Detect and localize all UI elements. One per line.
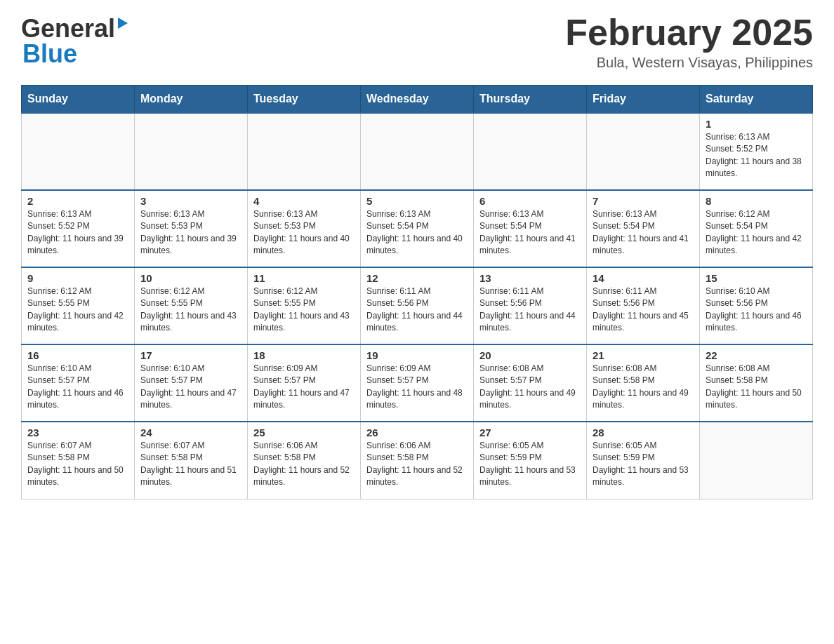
header-sunday: Sunday (22, 86, 135, 114)
day-info: Sunrise: 6:13 AMSunset: 5:54 PMDaylight:… (366, 208, 468, 257)
day-number: 13 (479, 272, 581, 284)
day-number: 17 (140, 349, 241, 361)
day-number: 6 (479, 195, 581, 207)
day-number: 3 (140, 195, 241, 207)
header-monday: Monday (135, 86, 248, 114)
header-saturday: Saturday (700, 86, 813, 114)
day-info: Sunrise: 6:06 AMSunset: 5:58 PMDaylight:… (253, 440, 355, 489)
day-number: 18 (253, 349, 355, 361)
day-cell (474, 113, 587, 190)
day-cell (135, 113, 248, 190)
day-cell: 10Sunrise: 6:12 AMSunset: 5:55 PMDayligh… (135, 267, 248, 344)
day-info: Sunrise: 6:13 AMSunset: 5:54 PMDaylight:… (593, 208, 694, 257)
logo-flag-icon (115, 18, 129, 34)
day-number: 19 (366, 349, 468, 361)
day-info: Sunrise: 6:12 AMSunset: 5:55 PMDaylight:… (253, 286, 355, 335)
day-cell: 12Sunrise: 6:11 AMSunset: 5:56 PMDayligh… (361, 267, 474, 344)
logo-blue-text: Blue (22, 39, 77, 69)
day-number: 26 (366, 427, 468, 438)
day-info: Sunrise: 6:09 AMSunset: 5:57 PMDaylight:… (366, 363, 468, 412)
day-info: Sunrise: 6:13 AMSunset: 5:53 PMDaylight:… (140, 208, 241, 257)
day-number: 24 (140, 427, 241, 438)
day-info: Sunrise: 6:12 AMSunset: 5:55 PMDaylight:… (140, 286, 241, 335)
day-info: Sunrise: 6:08 AMSunset: 5:57 PMDaylight:… (479, 363, 581, 412)
day-cell: 21Sunrise: 6:08 AMSunset: 5:58 PMDayligh… (587, 344, 700, 422)
day-number: 16 (27, 349, 128, 361)
day-number: 5 (366, 195, 468, 207)
day-info: Sunrise: 6:13 AMSunset: 5:52 PMDaylight:… (706, 131, 807, 180)
day-number: 21 (593, 349, 694, 361)
day-info: Sunrise: 6:12 AMSunset: 5:55 PMDaylight:… (27, 286, 128, 335)
logo: General Blue (21, 14, 129, 69)
day-cell: 15Sunrise: 6:10 AMSunset: 5:56 PMDayligh… (700, 267, 813, 344)
day-cell: 13Sunrise: 6:11 AMSunset: 5:56 PMDayligh… (474, 267, 587, 344)
calendar-table: SundayMondayTuesdayWednesdayThursdayFrid… (21, 85, 813, 499)
day-cell: 20Sunrise: 6:08 AMSunset: 5:57 PMDayligh… (474, 344, 587, 422)
week-row-1: 1Sunrise: 6:13 AMSunset: 5:52 PMDaylight… (22, 113, 813, 190)
day-cell: 1Sunrise: 6:13 AMSunset: 5:52 PMDaylight… (700, 113, 813, 190)
location-text: Bula, Western Visayas, Philippines (565, 55, 813, 71)
day-info: Sunrise: 6:13 AMSunset: 5:54 PMDaylight:… (479, 208, 581, 257)
header-friday: Friday (587, 86, 700, 114)
day-info: Sunrise: 6:10 AMSunset: 5:56 PMDaylight:… (706, 286, 807, 335)
day-info: Sunrise: 6:07 AMSunset: 5:58 PMDaylight:… (27, 440, 128, 489)
day-cell: 2Sunrise: 6:13 AMSunset: 5:52 PMDaylight… (22, 190, 135, 267)
day-cell: 4Sunrise: 6:13 AMSunset: 5:53 PMDaylight… (248, 190, 361, 267)
page-header: General Blue February 2025 Bula, Western… (21, 14, 813, 71)
day-number: 23 (27, 427, 128, 438)
week-row-2: 2Sunrise: 6:13 AMSunset: 5:52 PMDaylight… (22, 190, 813, 267)
day-number: 9 (27, 272, 128, 284)
day-cell: 8Sunrise: 6:12 AMSunset: 5:54 PMDaylight… (700, 190, 813, 267)
day-number: 1 (706, 118, 807, 130)
title-section: February 2025 Bula, Western Visayas, Phi… (565, 14, 813, 71)
day-info: Sunrise: 6:05 AMSunset: 5:59 PMDaylight:… (593, 440, 694, 489)
month-title: February 2025 (565, 14, 813, 51)
day-number: 11 (253, 272, 355, 284)
header-thursday: Thursday (474, 86, 587, 114)
day-cell: 16Sunrise: 6:10 AMSunset: 5:57 PMDayligh… (22, 344, 135, 422)
day-info: Sunrise: 6:10 AMSunset: 5:57 PMDaylight:… (140, 363, 241, 412)
day-number: 8 (706, 195, 807, 207)
day-info: Sunrise: 6:13 AMSunset: 5:53 PMDaylight:… (253, 208, 355, 257)
day-cell: 23Sunrise: 6:07 AMSunset: 5:58 PMDayligh… (22, 422, 135, 499)
calendar-header-row: SundayMondayTuesdayWednesdayThursdayFrid… (22, 86, 813, 114)
day-number: 22 (706, 349, 807, 361)
day-info: Sunrise: 6:07 AMSunset: 5:58 PMDaylight:… (140, 440, 241, 489)
day-cell: 19Sunrise: 6:09 AMSunset: 5:57 PMDayligh… (361, 344, 474, 422)
header-wednesday: Wednesday (361, 86, 474, 114)
day-cell: 14Sunrise: 6:11 AMSunset: 5:56 PMDayligh… (587, 267, 700, 344)
day-info: Sunrise: 6:06 AMSunset: 5:58 PMDaylight:… (366, 440, 468, 489)
day-info: Sunrise: 6:11 AMSunset: 5:56 PMDaylight:… (479, 286, 581, 335)
day-number: 10 (140, 272, 241, 284)
day-cell: 24Sunrise: 6:07 AMSunset: 5:58 PMDayligh… (135, 422, 248, 499)
svg-marker-0 (118, 18, 128, 29)
day-info: Sunrise: 6:08 AMSunset: 5:58 PMDaylight:… (706, 363, 807, 412)
day-cell: 11Sunrise: 6:12 AMSunset: 5:55 PMDayligh… (248, 267, 361, 344)
day-number: 20 (479, 349, 581, 361)
day-info: Sunrise: 6:09 AMSunset: 5:57 PMDaylight:… (253, 363, 355, 412)
day-number: 15 (706, 272, 807, 284)
week-row-3: 9Sunrise: 6:12 AMSunset: 5:55 PMDaylight… (22, 267, 813, 344)
day-number: 25 (253, 427, 355, 438)
day-cell: 18Sunrise: 6:09 AMSunset: 5:57 PMDayligh… (248, 344, 361, 422)
day-number: 28 (593, 427, 694, 438)
day-info: Sunrise: 6:12 AMSunset: 5:54 PMDaylight:… (706, 208, 807, 257)
day-cell: 6Sunrise: 6:13 AMSunset: 5:54 PMDaylight… (474, 190, 587, 267)
day-cell: 28Sunrise: 6:05 AMSunset: 5:59 PMDayligh… (587, 422, 700, 499)
day-cell (700, 422, 813, 499)
day-cell: 9Sunrise: 6:12 AMSunset: 5:55 PMDaylight… (22, 267, 135, 344)
day-cell: 5Sunrise: 6:13 AMSunset: 5:54 PMDaylight… (361, 190, 474, 267)
day-number: 2 (27, 195, 128, 207)
day-info: Sunrise: 6:05 AMSunset: 5:59 PMDaylight:… (479, 440, 581, 489)
day-cell: 26Sunrise: 6:06 AMSunset: 5:58 PMDayligh… (361, 422, 474, 499)
day-cell: 27Sunrise: 6:05 AMSunset: 5:59 PMDayligh… (474, 422, 587, 499)
day-cell: 3Sunrise: 6:13 AMSunset: 5:53 PMDaylight… (135, 190, 248, 267)
day-cell (361, 113, 474, 190)
week-row-5: 23Sunrise: 6:07 AMSunset: 5:58 PMDayligh… (22, 422, 813, 499)
header-tuesday: Tuesday (248, 86, 361, 114)
day-cell (587, 113, 700, 190)
day-cell: 22Sunrise: 6:08 AMSunset: 5:58 PMDayligh… (700, 344, 813, 422)
day-cell (248, 113, 361, 190)
day-number: 7 (593, 195, 694, 207)
day-info: Sunrise: 6:10 AMSunset: 5:57 PMDaylight:… (27, 363, 128, 412)
